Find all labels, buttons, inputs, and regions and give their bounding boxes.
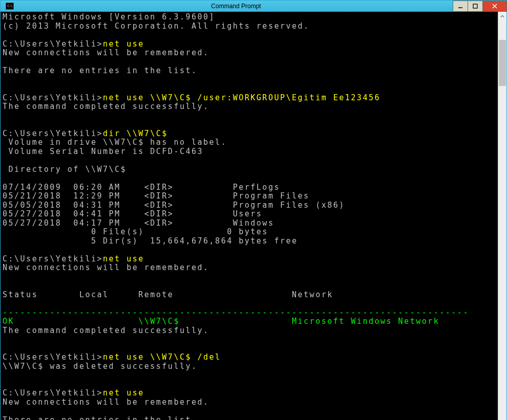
output-line: \\W7\C$ was deleted successfully. <box>3 362 198 371</box>
connection-remote: \\W7\C$ <box>138 317 180 326</box>
output-line: Volume in drive \\W7\C$ has no label. <box>3 138 227 147</box>
command-prompt-window: C:\ Command Prompt Microsoft Windows [Ve… <box>0 0 507 420</box>
vertical-scrollbar[interactable] <box>498 12 506 420</box>
table-header: Status Local Remote Network <box>3 290 333 299</box>
maximize-button[interactable] <box>468 1 483 12</box>
cmd-icon: C:\ <box>6 3 14 10</box>
dir-entry: 05/27/2018 04:41 PM <DIR> Users <box>3 209 262 218</box>
output-line: The command completed successfully. <box>3 326 209 335</box>
close-icon <box>492 4 497 9</box>
dir-entry: 05/27/2018 04:17 PM <DIR> Windows <box>3 218 274 228</box>
command-text: net use \\W7\C$ /del <box>103 352 221 362</box>
command-text: net use <box>103 388 144 397</box>
output-line: (c) 2013 Microsoft Corporation. All righ… <box>3 21 310 31</box>
chevron-up-icon <box>500 14 504 18</box>
svg-rect-1 <box>473 4 477 8</box>
output-line: Microsoft Windows [Version 6.3.9600] <box>3 12 215 21</box>
output-line: New connections will be remembered. <box>3 263 209 272</box>
output-line: Directory of \\W7\C$ <box>3 165 126 174</box>
maximize-icon <box>473 4 478 9</box>
scrollbar-track[interactable] <box>498 20 506 420</box>
app-icon: C:\ <box>1 1 19 11</box>
output-line: There are no entries in the list. <box>3 415 198 421</box>
spacer <box>14 317 138 326</box>
output-line: The command completed successfully. <box>3 102 209 111</box>
separator-line: ----------------------------------------… <box>3 308 469 317</box>
output-line: Volume Serial Number is DCFD-C463 <box>3 147 203 156</box>
prompt: C:\Users\Yetkili> <box>3 254 103 263</box>
dir-entry: 05/05/2018 04:31 PM <DIR> Program Files … <box>3 201 345 210</box>
dir-summary: 5 Dir(s) 15,664,676,864 bytes free <box>3 236 298 246</box>
dir-entry: 05/21/2018 12:29 PM <DIR> Program Files <box>3 191 310 201</box>
output-line: New connections will be remembered. <box>3 48 209 57</box>
close-button[interactable] <box>482 1 507 12</box>
minimize-icon <box>458 4 463 9</box>
command-text: net use <box>103 254 144 263</box>
titlebar[interactable]: C:\ Command Prompt <box>1 1 506 12</box>
prompt: C:\Users\Yetkili> <box>3 129 103 138</box>
prompt: C:\Users\Yetkili> <box>3 388 103 397</box>
window-controls <box>453 1 507 11</box>
scrollbar-thumb[interactable] <box>499 40 506 86</box>
prompt: C:\Users\Yetkili> <box>3 352 103 362</box>
window-title: Command Prompt <box>19 3 453 10</box>
connection-status: OK <box>3 317 14 326</box>
spacer <box>180 317 292 326</box>
output-line: There are no entries in the list. <box>3 66 198 75</box>
prompt: C:\Users\Yetkili> <box>3 39 103 49</box>
dir-summary: 0 File(s) 0 bytes <box>3 227 268 236</box>
command-text: net use \\W7\C$ /user:WORKGROUP\Egitim E… <box>103 93 381 102</box>
minimize-button[interactable] <box>453 1 468 12</box>
output-line: New connections will be remembered. <box>3 397 209 407</box>
command-text: dir \\W7\C$ <box>103 129 168 138</box>
scroll-up-button[interactable] <box>498 12 506 20</box>
prompt: C:\Users\Yetkili> <box>3 93 103 102</box>
connection-network: Microsoft Windows Network <box>292 317 439 326</box>
terminal-output[interactable]: Microsoft Windows [Version 6.3.9600] (c)… <box>1 12 498 420</box>
command-text: net use <box>103 39 144 49</box>
client-area: Microsoft Windows [Version 6.3.9600] (c)… <box>1 12 506 420</box>
dir-entry: 07/14/2009 06:20 AM <DIR> PerfLogs <box>3 183 280 192</box>
